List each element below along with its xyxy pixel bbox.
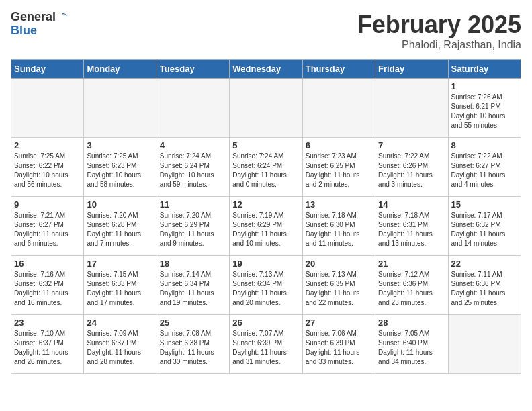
calendar-cell: 22Sunrise: 7:11 AM Sunset: 6:36 PM Dayli…	[448, 256, 521, 315]
day-info: Sunrise: 7:13 AM Sunset: 6:34 PM Dayligh…	[232, 270, 299, 308]
calendar-cell	[302, 79, 375, 138]
calendar-cell: 27Sunrise: 7:06 AM Sunset: 6:39 PM Dayli…	[302, 315, 375, 374]
calendar-cell: 6Sunrise: 7:23 AM Sunset: 6:25 PM Daylig…	[302, 138, 375, 197]
calendar-cell: 3Sunrise: 7:25 AM Sunset: 6:23 PM Daylig…	[84, 138, 157, 197]
calendar-cell: 5Sunrise: 7:24 AM Sunset: 6:24 PM Daylig…	[230, 138, 302, 197]
day-info: Sunrise: 7:24 AM Sunset: 6:24 PM Dayligh…	[232, 152, 299, 189]
page-header: General Blue February 2025 Phalodi, Raja…	[11, 11, 521, 51]
day-number: 21	[378, 259, 445, 269]
day-info: Sunrise: 7:25 AM Sunset: 6:22 PM Dayligh…	[14, 152, 81, 189]
calendar-cell: 15Sunrise: 7:17 AM Sunset: 6:32 PM Dayli…	[448, 197, 521, 256]
calendar-week-3: 9Sunrise: 7:21 AM Sunset: 6:27 PM Daylig…	[11, 197, 521, 256]
calendar-cell	[84, 79, 157, 138]
header-sunday: Sunday	[11, 60, 84, 79]
calendar-week-5: 23Sunrise: 7:10 AM Sunset: 6:37 PM Dayli…	[11, 315, 521, 374]
calendar-cell: 28Sunrise: 7:05 AM Sunset: 6:40 PM Dayli…	[375, 315, 448, 374]
day-info: Sunrise: 7:20 AM Sunset: 6:28 PM Dayligh…	[87, 211, 153, 248]
day-info: Sunrise: 7:06 AM Sunset: 6:39 PM Dayligh…	[306, 329, 372, 367]
calendar-header-row: SundayMondayTuesdayWednesdayThursdayFrid…	[11, 60, 521, 79]
day-info: Sunrise: 7:07 AM Sunset: 6:39 PM Dayligh…	[232, 329, 299, 367]
day-number: 23	[14, 318, 81, 328]
calendar-cell: 10Sunrise: 7:20 AM Sunset: 6:28 PM Dayli…	[84, 197, 157, 256]
day-number: 20	[306, 259, 372, 269]
calendar-cell: 12Sunrise: 7:19 AM Sunset: 6:29 PM Dayli…	[230, 197, 302, 256]
calendar-cell	[157, 79, 229, 138]
logo-bird-icon	[56, 11, 69, 24]
calendar-cell: 7Sunrise: 7:22 AM Sunset: 6:26 PM Daylig…	[375, 138, 448, 197]
calendar-cell: 21Sunrise: 7:12 AM Sunset: 6:36 PM Dayli…	[375, 256, 448, 315]
header-thursday: Thursday	[302, 60, 375, 79]
calendar-cell: 13Sunrise: 7:18 AM Sunset: 6:30 PM Dayli…	[302, 197, 375, 256]
calendar-cell: 19Sunrise: 7:13 AM Sunset: 6:34 PM Dayli…	[230, 256, 302, 315]
header-tuesday: Tuesday	[157, 60, 229, 79]
calendar-cell: 9Sunrise: 7:21 AM Sunset: 6:27 PM Daylig…	[11, 197, 84, 256]
calendar-week-1: 1Sunrise: 7:26 AM Sunset: 6:21 PM Daylig…	[11, 79, 521, 138]
day-info: Sunrise: 7:24 AM Sunset: 6:24 PM Dayligh…	[160, 152, 226, 189]
calendar-cell: 25Sunrise: 7:08 AM Sunset: 6:38 PM Dayli…	[157, 315, 229, 374]
day-number: 22	[451, 259, 518, 269]
day-number: 5	[232, 140, 299, 150]
day-number: 15	[451, 199, 518, 210]
calendar-cell: 24Sunrise: 7:09 AM Sunset: 6:37 PM Dayli…	[84, 315, 157, 374]
day-info: Sunrise: 7:19 AM Sunset: 6:29 PM Dayligh…	[232, 211, 299, 248]
day-info: Sunrise: 7:20 AM Sunset: 6:29 PM Dayligh…	[160, 211, 226, 248]
day-info: Sunrise: 7:21 AM Sunset: 6:27 PM Dayligh…	[14, 211, 81, 248]
calendar-body: 1Sunrise: 7:26 AM Sunset: 6:21 PM Daylig…	[11, 79, 521, 374]
day-number: 25	[160, 318, 226, 328]
calendar-cell	[230, 79, 302, 138]
day-info: Sunrise: 7:16 AM Sunset: 6:32 PM Dayligh…	[14, 270, 81, 308]
calendar-cell: 14Sunrise: 7:18 AM Sunset: 6:31 PM Dayli…	[375, 197, 448, 256]
day-number: 2	[14, 140, 81, 150]
day-number: 19	[232, 259, 299, 269]
day-number: 24	[87, 318, 153, 328]
day-number: 26	[232, 318, 299, 328]
title-block: February 2025 Phalodi, Rajasthan, India	[357, 11, 521, 51]
logo: General Blue	[11, 11, 69, 38]
calendar-cell	[375, 79, 448, 138]
month-title: February 2025	[357, 11, 521, 39]
header-friday: Friday	[375, 60, 448, 79]
calendar-week-2: 2Sunrise: 7:25 AM Sunset: 6:22 PM Daylig…	[11, 138, 521, 197]
day-number: 27	[306, 318, 372, 328]
day-info: Sunrise: 7:18 AM Sunset: 6:31 PM Dayligh…	[378, 211, 445, 248]
day-number: 17	[87, 259, 153, 269]
day-info: Sunrise: 7:14 AM Sunset: 6:34 PM Dayligh…	[160, 270, 226, 308]
day-number: 16	[14, 259, 81, 269]
day-number: 18	[160, 259, 226, 269]
day-info: Sunrise: 7:08 AM Sunset: 6:38 PM Dayligh…	[160, 329, 226, 367]
day-number: 1	[451, 81, 518, 91]
header-monday: Monday	[84, 60, 157, 79]
calendar-cell: 17Sunrise: 7:15 AM Sunset: 6:33 PM Dayli…	[84, 256, 157, 315]
header-saturday: Saturday	[448, 60, 521, 79]
calendar-cell	[11, 79, 84, 138]
day-info: Sunrise: 7:17 AM Sunset: 6:32 PM Dayligh…	[451, 211, 518, 248]
logo-general: General	[11, 10, 56, 24]
calendar-cell: 8Sunrise: 7:22 AM Sunset: 6:27 PM Daylig…	[448, 138, 521, 197]
day-info: Sunrise: 7:15 AM Sunset: 6:33 PM Dayligh…	[87, 270, 153, 308]
day-number: 4	[160, 140, 226, 150]
day-info: Sunrise: 7:22 AM Sunset: 6:27 PM Dayligh…	[451, 152, 518, 189]
day-info: Sunrise: 7:13 AM Sunset: 6:35 PM Dayligh…	[306, 270, 372, 308]
day-number: 10	[87, 199, 153, 210]
header-wednesday: Wednesday	[230, 60, 302, 79]
day-info: Sunrise: 7:23 AM Sunset: 6:25 PM Dayligh…	[306, 152, 372, 189]
logo-blue: Blue	[11, 24, 37, 37]
calendar-cell: 18Sunrise: 7:14 AM Sunset: 6:34 PM Dayli…	[157, 256, 229, 315]
day-number: 7	[378, 140, 445, 150]
calendar-cell: 20Sunrise: 7:13 AM Sunset: 6:35 PM Dayli…	[302, 256, 375, 315]
day-info: Sunrise: 7:09 AM Sunset: 6:37 PM Dayligh…	[87, 329, 153, 367]
calendar-cell: 26Sunrise: 7:07 AM Sunset: 6:39 PM Dayli…	[230, 315, 302, 374]
location: Phalodi, Rajasthan, India	[357, 39, 521, 51]
day-info: Sunrise: 7:11 AM Sunset: 6:36 PM Dayligh…	[451, 270, 518, 308]
day-info: Sunrise: 7:12 AM Sunset: 6:36 PM Dayligh…	[378, 270, 445, 308]
calendar-table: SundayMondayTuesdayWednesdayThursdayFrid…	[11, 59, 521, 374]
logo-text: General Blue	[11, 11, 69, 38]
day-info: Sunrise: 7:05 AM Sunset: 6:40 PM Dayligh…	[378, 329, 445, 367]
calendar-cell: 23Sunrise: 7:10 AM Sunset: 6:37 PM Dayli…	[11, 315, 84, 374]
day-number: 9	[14, 199, 81, 210]
calendar-cell	[448, 315, 521, 374]
day-number: 11	[160, 199, 226, 210]
day-info: Sunrise: 7:22 AM Sunset: 6:26 PM Dayligh…	[378, 152, 445, 189]
day-number: 12	[232, 199, 299, 210]
day-number: 8	[451, 140, 518, 150]
